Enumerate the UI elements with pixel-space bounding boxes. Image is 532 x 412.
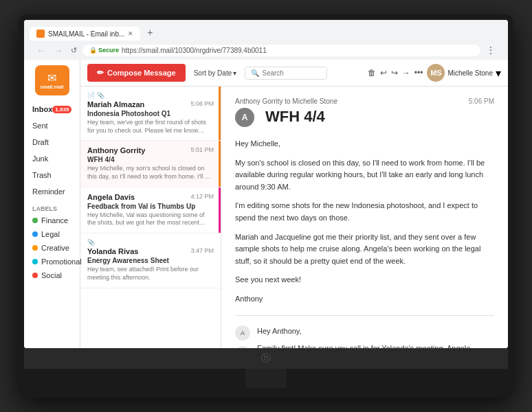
toolbar-actions: 🗑 ↩ ↪ → ••• MS Michelle Stone ▾ [368,64,501,82]
sidebar-item-draft[interactable]: Draft [24,134,80,150]
user-avatar: MS [427,64,445,82]
email-detail-subject: WFH 4/4 [265,108,325,126]
inbox-badge: 1,939 [52,106,71,113]
email-from-to: Anthony Gorrity to Michelle Stone [235,98,337,105]
legal-dot [32,231,38,237]
logo[interactable]: ✉ smail.mail [35,65,69,95]
label-legal[interactable]: Legal [24,227,80,241]
email-item[interactable]: 📄 📎 Mariah Almazan 5:06 PM Indonesia Pho… [80,87,221,141]
search-box[interactable]: 🔍 [245,67,327,80]
label-creative[interactable]: Creative [24,241,80,255]
labels-section-header: Labels [24,200,80,214]
email-list: 📄 📎 Mariah Almazan 5:06 PM Indonesia Pho… [80,87,221,348]
close-tab-icon[interactable]: ✕ [128,30,133,37]
tab-label: SMAILMAIL - Email inb... [48,30,124,38]
sidebar-item-reminder[interactable]: Reminder [24,183,80,200]
email-item[interactable]: 📎 Yolanda Rivas 3:47 PM Energy Awareness… [80,233,221,288]
sender-avatar: A [235,108,254,127]
user-dropdown-icon: ▾ [496,67,501,80]
sidebar: ✉ smail.mail Inbox 1,939 Sent Draft Junk [24,60,80,348]
calendar-icon: 📄 [87,92,95,99]
email-divider [235,315,494,316]
email-accent-bar [219,187,221,233]
user-name: Michelle Stone [447,69,493,77]
new-tab-button[interactable]: + [142,24,158,41]
tab-favicon [36,30,45,38]
sort-chevron-icon: ▾ [233,69,236,77]
search-icon: 🔍 [251,69,259,77]
sort-dropdown[interactable]: Sort by Date ▾ [190,67,241,80]
more-options-icon[interactable]: ••• [414,68,423,78]
sidebar-item-inbox[interactable]: Inbox 1,939 [24,101,80,117]
url-text: https://smail.mail/10300/nrgdrive/77389.… [122,47,267,54]
email-detail-time: 5:06 PM [469,98,494,105]
attachment-icon: 📎 [87,239,95,246]
forward-button[interactable]: → [51,44,65,57]
sidebar-item-trash[interactable]: Trash [24,167,80,183]
promotional-dot [32,259,38,264]
monitor-stand-base [218,388,314,398]
compose-button[interactable]: ✏ Compose Message [87,64,186,82]
monitor-stand-neck [245,369,287,388]
refresh-button[interactable]: ↺ [68,45,80,56]
compose-icon: ✏ [97,68,104,78]
attachment-icon: 📎 [97,92,104,99]
reply-attachment-icon: 📎 [235,346,250,348]
email-body: Hey Michelle, My son's school is closed … [235,138,494,306]
label-social[interactable]: Social [24,268,80,282]
creative-dot [32,245,38,251]
label-promotional[interactable]: Promotional [24,255,80,268]
back-button[interactable]: ← [34,44,48,57]
reply-body: Hey Anthony, Family first! Make sure you… [257,325,494,348]
lock-icon: 🔒 [89,47,97,54]
email-accent-bar [219,87,221,140]
active-browser-tab[interactable]: SMAILMAIL - Email inb... ✕ [30,27,140,41]
undo-icon[interactable]: ↩ [380,68,387,78]
email-item[interactable]: Anthony Gorrity 5:01 PM WFH 4/4 Hey Mich… [80,141,221,187]
email-accent-bar [219,141,221,186]
email-item[interactable]: Angela Davis 4:12 PM Feedback from Val i… [80,187,221,233]
email-detail-pane: Anthony Gorrity to Michelle Stone 5:06 P… [221,87,508,348]
secure-badge: 🔒 Secure [89,47,119,54]
redo-icon[interactable]: ↪ [391,68,398,78]
social-dot [32,273,38,278]
reply-person-icon: A [235,325,250,341]
logo-icon: ✉ [47,71,56,84]
user-menu[interactable]: MS Michelle Stone ▾ [427,64,501,82]
sidebar-item-junk[interactable]: Junk [24,150,80,167]
address-bar[interactable]: 🔒 Secure https://smail.mail/10300/nrgdri… [82,45,480,56]
delete-icon[interactable]: 🗑 [368,68,376,78]
forward-action-icon[interactable]: → [402,68,410,78]
finance-dot [32,218,38,223]
sidebar-item-sent[interactable]: Sent [24,117,80,134]
main-toolbar: ✏ Compose Message Sort by Date ▾ 🔍 🗑 ↩ [80,60,508,87]
hp-logo: ⓗ [24,348,508,369]
browser-menu-button[interactable]: ⋮ [483,43,498,57]
label-finance[interactable]: Finance [24,214,80,227]
reply-section: A 📎 Hey Anthony, Family first! Make sure… [235,325,494,348]
logo-text: smail.mail [41,84,64,89]
search-input[interactable] [262,69,321,77]
